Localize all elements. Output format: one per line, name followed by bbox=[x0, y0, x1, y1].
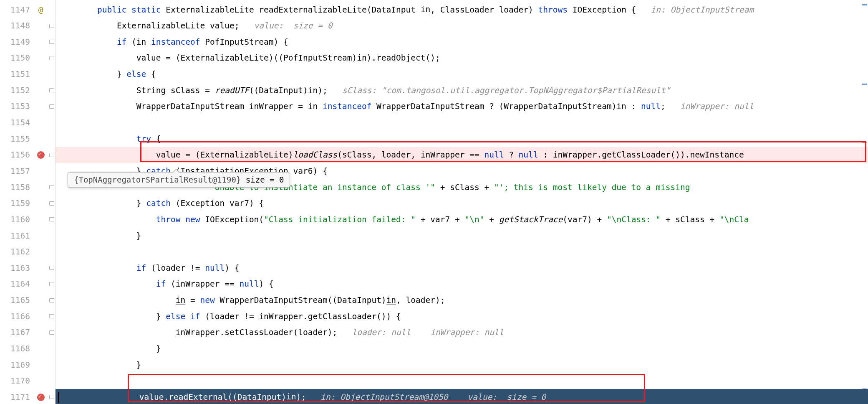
fold-slot[interactable] bbox=[48, 244, 55, 260]
breakpoint-icon[interactable] bbox=[37, 394, 45, 401]
code-line[interactable]: value.readExternal((DataInput)in); in: O… bbox=[56, 389, 868, 404]
code-line[interactable]: String sClass = readUTF((DataInput)in); … bbox=[56, 82, 868, 99]
fold-slot[interactable] bbox=[48, 196, 55, 212]
breakpoint-slot[interactable] bbox=[33, 244, 48, 260]
breakpoint-slot[interactable] bbox=[33, 276, 48, 292]
breakpoint-slot[interactable] bbox=[33, 340, 48, 357]
breakpoint-slot[interactable] bbox=[33, 147, 48, 163]
fold-marker-icon[interactable] bbox=[49, 24, 54, 28]
fold-slot[interactable] bbox=[48, 340, 55, 357]
fold-marker-icon[interactable] bbox=[49, 217, 54, 221]
breakpoint-slot[interactable] bbox=[33, 325, 48, 341]
code-line[interactable] bbox=[56, 244, 868, 260]
fold-slot[interactable] bbox=[48, 211, 55, 228]
breakpoint-column[interactable]: @ bbox=[33, 0, 48, 404]
breakpoint-slot[interactable] bbox=[33, 308, 48, 325]
code-token: + sClass + bbox=[440, 183, 494, 192]
fold-marker-icon[interactable] bbox=[49, 266, 54, 270]
code-line[interactable]: } else { bbox=[56, 66, 868, 83]
breakpoint-slot[interactable] bbox=[33, 114, 48, 131]
code-line[interactable]: in = new WrapperDataInputStream((DataInp… bbox=[56, 292, 868, 309]
fold-slot[interactable] bbox=[48, 163, 55, 179]
breakpoint-slot[interactable] bbox=[33, 196, 48, 212]
code-line[interactable]: value = (ExternalizableLite)loadClass(sC… bbox=[56, 147, 868, 163]
code-line[interactable]: } bbox=[56, 340, 868, 357]
breakpoint-slot[interactable] bbox=[33, 292, 48, 309]
code-token: + var7 + bbox=[421, 216, 465, 224]
fold-slot[interactable] bbox=[48, 131, 55, 147]
fold-slot[interactable] bbox=[48, 357, 55, 373]
fold-marker-icon[interactable] bbox=[49, 40, 54, 44]
fold-slot[interactable] bbox=[48, 373, 55, 389]
code-line[interactable]: if (loader != null) { bbox=[56, 260, 868, 276]
code-area[interactable]: public static ExternalizableLite readExt… bbox=[56, 0, 868, 404]
fold-slot[interactable] bbox=[48, 228, 55, 244]
code-token: ((DataInput)in); bbox=[249, 86, 328, 95]
fold-slot[interactable] bbox=[48, 99, 55, 115]
fold-marker-icon[interactable] bbox=[49, 185, 54, 189]
breakpoint-slot[interactable] bbox=[33, 163, 48, 179]
fold-marker-icon[interactable] bbox=[49, 298, 54, 302]
breakpoint-slot[interactable] bbox=[33, 373, 48, 389]
fold-slot[interactable] bbox=[48, 147, 55, 163]
line-number: 1161 bbox=[0, 228, 33, 244]
code-line[interactable] bbox=[56, 373, 868, 389]
code-line[interactable] bbox=[56, 114, 868, 131]
code-token: ExternalizableLite bbox=[166, 6, 259, 14]
breakpoint-slot[interactable] bbox=[33, 82, 48, 99]
breakpoint-slot[interactable] bbox=[33, 131, 48, 147]
fold-slot[interactable] bbox=[48, 179, 55, 196]
code-token: } bbox=[117, 70, 126, 79]
code-line[interactable]: } bbox=[56, 228, 868, 244]
breakpoint-slot[interactable] bbox=[33, 389, 48, 404]
fold-slot[interactable] bbox=[48, 34, 55, 50]
fold-slot[interactable] bbox=[48, 292, 55, 309]
breakpoint-icon[interactable] bbox=[37, 151, 45, 159]
fold-marker-icon[interactable] bbox=[49, 395, 54, 399]
fold-marker-icon[interactable] bbox=[49, 56, 54, 60]
fold-marker-icon[interactable] bbox=[49, 153, 54, 157]
code-editor[interactable]: 1147114811491150115111521153115411551156… bbox=[0, 0, 868, 404]
code-line[interactable]: if (inWrapper == null) { bbox=[56, 276, 868, 292]
code-line[interactable]: value = (ExternalizableLite)((PofInputSt… bbox=[56, 50, 868, 66]
fold-slot[interactable] bbox=[48, 260, 55, 276]
fold-slot[interactable] bbox=[48, 50, 55, 66]
fold-marker-icon[interactable] bbox=[49, 330, 54, 335]
breakpoint-slot[interactable] bbox=[33, 99, 48, 115]
code-line[interactable]: throw new IOException("Class initializat… bbox=[56, 211, 868, 228]
fold-marker-icon[interactable] bbox=[49, 314, 54, 318]
fold-column[interactable] bbox=[48, 0, 56, 404]
code-line[interactable]: } else if (loader != inWrapper.getClassL… bbox=[56, 308, 868, 325]
fold-slot[interactable] bbox=[48, 2, 55, 18]
breakpoint-slot[interactable]: @ bbox=[33, 2, 48, 18]
fold-marker-icon[interactable] bbox=[49, 282, 54, 286]
breakpoint-slot[interactable] bbox=[33, 34, 48, 50]
breakpoint-slot[interactable] bbox=[33, 228, 48, 244]
fold-slot[interactable] bbox=[48, 114, 55, 131]
fold-slot[interactable] bbox=[48, 18, 55, 34]
code-line[interactable]: inWrapper.setClassLoader(loader); loader… bbox=[56, 325, 868, 341]
breakpoint-slot[interactable] bbox=[33, 357, 48, 373]
code-line[interactable]: WrapperDataInputStream inWrapper = in in… bbox=[56, 99, 868, 115]
breakpoint-slot[interactable] bbox=[33, 179, 48, 196]
fold-slot[interactable] bbox=[48, 308, 55, 325]
fold-slot[interactable] bbox=[48, 82, 55, 99]
code-line[interactable]: public static ExternalizableLite readExt… bbox=[56, 2, 868, 18]
fold-marker-icon[interactable] bbox=[49, 88, 54, 92]
breakpoint-slot[interactable] bbox=[33, 211, 48, 228]
breakpoint-slot[interactable] bbox=[33, 66, 48, 83]
code-line[interactable]: } bbox=[56, 357, 868, 373]
breakpoint-slot[interactable] bbox=[33, 50, 48, 66]
code-line[interactable]: } catch (Exception var7) { bbox=[56, 196, 868, 212]
code-line[interactable]: ExternalizableLite value; value: size = … bbox=[56, 18, 868, 34]
fold-slot[interactable] bbox=[48, 276, 55, 292]
fold-marker-icon[interactable] bbox=[49, 104, 54, 109]
fold-slot[interactable] bbox=[48, 389, 55, 404]
breakpoint-slot[interactable] bbox=[33, 260, 48, 276]
code-line[interactable]: if (in instanceof PofInputStream) { bbox=[56, 34, 868, 50]
fold-slot[interactable] bbox=[48, 325, 55, 341]
code-line[interactable]: try { bbox=[56, 131, 868, 147]
fold-slot[interactable] bbox=[48, 66, 55, 83]
fold-marker-icon[interactable] bbox=[49, 201, 54, 206]
breakpoint-slot[interactable] bbox=[33, 18, 48, 34]
